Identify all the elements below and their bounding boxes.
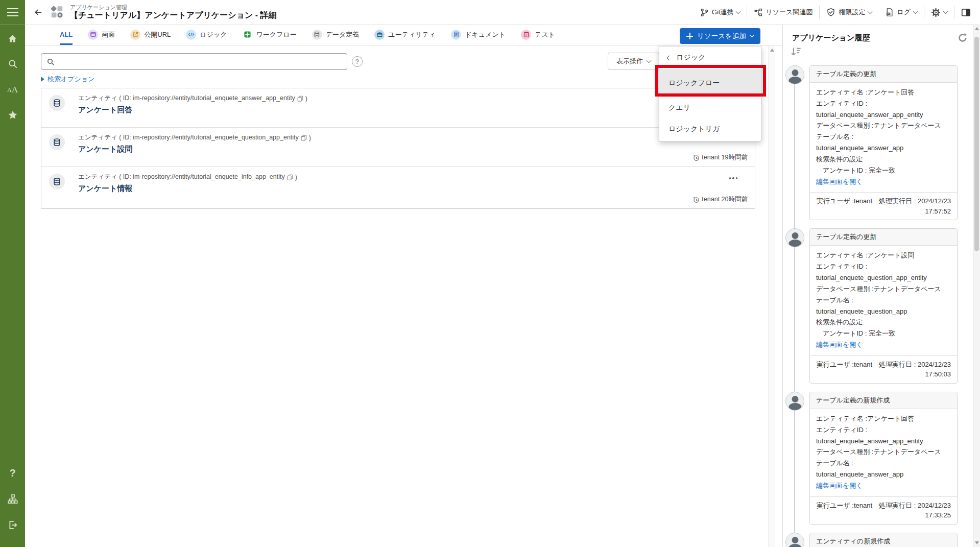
global-sidebar: AA ? bbox=[0, 0, 25, 547]
entity-database-icon bbox=[49, 174, 65, 189]
history-panel-title: アプリケーション履歴 bbox=[792, 33, 870, 43]
history-item: テーブル定義の更新エンティティ名 :アンケート回答エンティティID :tutor… bbox=[783, 63, 973, 226]
menu-back-item-logic[interactable]: ロジック bbox=[659, 46, 761, 69]
application-detail-page: AA ? アプリケーション管理 【チ bbox=[0, 0, 980, 547]
history-item: エンティティの新規作成エンティティ名 :アンケート回答エンティティID :tut… bbox=[783, 531, 973, 547]
avatar bbox=[785, 533, 804, 547]
more-options-icon[interactable] bbox=[727, 175, 740, 181]
permission-settings-menu[interactable]: 権限設定 bbox=[820, 5, 878, 19]
resource-map-button[interactable]: リソース関連図 bbox=[747, 5, 819, 19]
tab-ワークフロー[interactable]: ワークフロー bbox=[243, 25, 297, 45]
search-icon[interactable] bbox=[0, 54, 25, 74]
timeline-connector bbox=[794, 68, 795, 231]
side-panel-toggle[interactable] bbox=[954, 5, 980, 19]
tab-ユーティリティ[interactable]: ユーティリティ bbox=[374, 25, 436, 45]
git-branch-icon bbox=[700, 8, 709, 17]
history-footer: 実行ユーザ :tenant 処理実行日 : 2024/12/2317:50:03 bbox=[810, 355, 957, 383]
history-action-title: エンティティの新規作成 bbox=[810, 533, 957, 547]
history-detail-line: エンティティID : bbox=[816, 261, 951, 272]
scroll-down-arrow[interactable] bbox=[975, 541, 979, 544]
menu-item-クエリ[interactable]: クエリ bbox=[659, 97, 761, 118]
hamburger-menu-icon[interactable] bbox=[0, 0, 25, 25]
entity-name-link[interactable]: アンケート情報 bbox=[78, 184, 132, 194]
log-menu[interactable]: ログ bbox=[878, 5, 924, 19]
application-history-panel: アプリケーション履歴 テーブル定義の更新エンティティ名 :アンケート回答エンティ… bbox=[782, 25, 980, 547]
tab-ALL[interactable]: ALL bbox=[60, 25, 73, 45]
history-action-title: テーブル定義の更新 bbox=[810, 66, 957, 83]
shield-check-icon bbox=[826, 8, 835, 17]
page-title: 【チュートリアル】アンケートアプリケーション - 詳細 bbox=[70, 11, 277, 20]
copy-icon[interactable] bbox=[300, 134, 307, 141]
copy-icon[interactable] bbox=[286, 174, 294, 181]
data-definition-icon bbox=[312, 30, 322, 40]
open-edit-screen-link[interactable]: 編集画面を開く bbox=[816, 176, 951, 187]
history-detail-line: アンケートID : 完全一致 bbox=[816, 328, 951, 339]
log-file-icon bbox=[885, 8, 894, 17]
history-detail-line: エンティティ名 :アンケート回答 bbox=[816, 413, 951, 424]
test-icon bbox=[521, 30, 531, 40]
history-detail-line: アンケートID : 完全一致 bbox=[816, 165, 951, 176]
public-url-icon bbox=[130, 30, 140, 40]
history-card: テーブル定義の更新エンティティ名 :アンケート設問エンティティID :tutor… bbox=[809, 228, 958, 383]
history-card-body: エンティティ名 :アンケート設問エンティティID :tutorial_enque… bbox=[810, 246, 957, 355]
menu-item-ロジックフロー[interactable]: ロジックフロー bbox=[659, 69, 761, 97]
help-icon[interactable]: ? bbox=[0, 463, 25, 483]
organization-chart-icon[interactable] bbox=[0, 489, 25, 509]
copy-icon[interactable] bbox=[297, 95, 304, 102]
tab-テスト[interactable]: テスト bbox=[521, 25, 555, 45]
refresh-icon[interactable] bbox=[958, 33, 968, 43]
open-edit-screen-link[interactable]: 編集画面を開く bbox=[816, 339, 951, 350]
history-card-body: エンティティ名 :アンケート回答エンティティID :tutorial_enque… bbox=[810, 409, 957, 496]
tab-ドキュメント[interactable]: ドキュメント bbox=[451, 25, 506, 45]
avatar bbox=[785, 228, 804, 247]
history-detail-line: データベース種別 :テナントデータベース bbox=[816, 120, 951, 131]
git-link-menu[interactable]: Git連携 bbox=[694, 5, 747, 19]
entity-row: エンティティ ( ID: im-repository://entity/tuto… bbox=[41, 88, 755, 128]
search-options-toggle[interactable]: 検索オプション bbox=[41, 75, 95, 84]
scrollbar-thumb[interactable] bbox=[974, 37, 979, 251]
add-resource-button[interactable]: リソースを追加 bbox=[680, 28, 760, 44]
history-detail-line: テーブル名 : bbox=[816, 458, 951, 469]
tab-画面[interactable]: 画面 bbox=[88, 25, 115, 45]
home-icon[interactable] bbox=[0, 28, 25, 49]
display-operations-dropdown[interactable]: 表示操作 bbox=[608, 53, 659, 70]
panel-scrollbar[interactable] bbox=[973, 25, 980, 547]
entity-id-line: エンティティ ( ID: im-repository://entity/tuto… bbox=[78, 94, 755, 103]
history-item: テーブル定義の新規作成エンティティ名 :アンケート回答エンティティID :tut… bbox=[783, 390, 973, 531]
tab-ロジック[interactable]: ロジック bbox=[186, 25, 227, 45]
history-detail-line: tutorial_enquete_answer_app bbox=[816, 469, 951, 480]
resource-tab-bar: ALL画面公開URLロジックワークフローデータ定義ユーティリティドキュメントテス… bbox=[25, 25, 782, 45]
sort-order-icon[interactable] bbox=[790, 46, 801, 57]
open-edit-screen-link[interactable]: 編集画面を開く bbox=[816, 480, 951, 491]
entity-name-link[interactable]: アンケート回答 bbox=[78, 105, 132, 115]
history-card: エンティティの新規作成エンティティ名 :アンケート回答エンティティID :tut… bbox=[809, 533, 958, 547]
favorites-star-icon[interactable] bbox=[0, 105, 25, 125]
scroll-up-arrow[interactable] bbox=[975, 27, 979, 30]
search-help-icon[interactable]: ? bbox=[352, 56, 363, 67]
entity-updated: tenant 20時間前 bbox=[692, 195, 748, 204]
scroll-up-arrow[interactable] bbox=[770, 49, 774, 52]
logout-icon[interactable] bbox=[0, 515, 25, 535]
tab-データ定義[interactable]: データ定義 bbox=[312, 25, 360, 45]
history-detail-line: 検索条件の設定 bbox=[816, 317, 951, 328]
history-detail-line: テーブル名 : bbox=[816, 131, 951, 142]
font-size-icon[interactable]: AA bbox=[0, 80, 25, 100]
document-icon bbox=[451, 30, 461, 40]
history-detail-line: テーブル名 : bbox=[816, 295, 951, 306]
history-detail-line: tutorial_enquete_answer_app bbox=[816, 142, 951, 154]
entity-row: エンティティ ( ID: im-repository://entity/tuto… bbox=[41, 128, 755, 167]
entity-name-link[interactable]: アンケート設問 bbox=[78, 145, 132, 154]
search-input[interactable] bbox=[59, 53, 347, 70]
logic-icon bbox=[186, 30, 196, 40]
settings-gear-menu[interactable] bbox=[924, 5, 954, 19]
workflow-icon bbox=[243, 30, 253, 40]
tab-公開URL[interactable]: 公開URL bbox=[130, 25, 171, 45]
entity-id-line: エンティティ ( ID: im-repository://entity/tuto… bbox=[78, 173, 755, 181]
search-box bbox=[41, 53, 347, 70]
main-scrollbar[interactable] bbox=[768, 46, 775, 547]
back-button[interactable] bbox=[31, 5, 45, 19]
history-detail-line: データベース種別 :テナントデータベース bbox=[816, 446, 951, 458]
menu-item-ロジックトリガ[interactable]: ロジックトリガ bbox=[659, 118, 761, 140]
history-detail-line: エンティティID : bbox=[816, 98, 951, 109]
history-detail-line: tutorial_enquete_question_app_entity bbox=[816, 272, 951, 283]
